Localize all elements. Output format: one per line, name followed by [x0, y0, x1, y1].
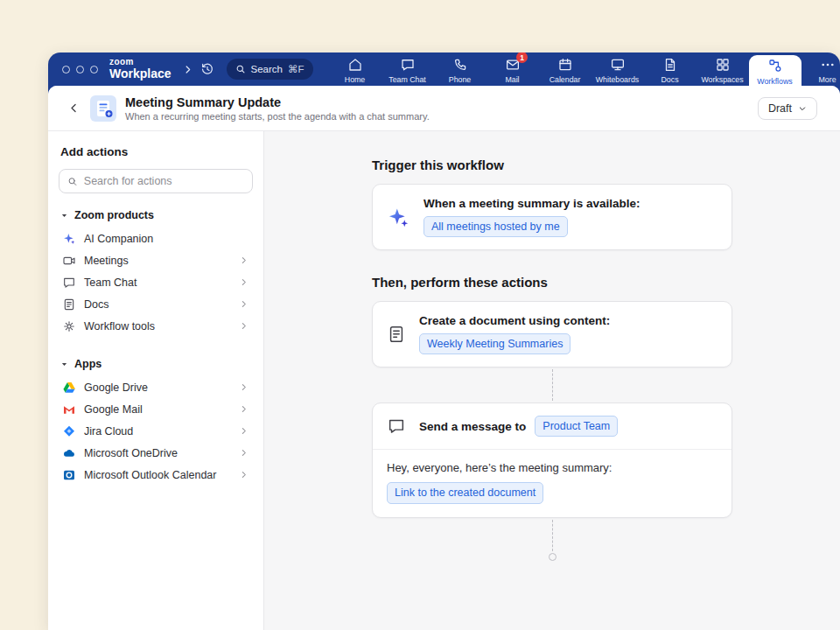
chevron-right-icon — [239, 448, 248, 458]
chevron-right-icon — [239, 470, 248, 480]
chevron-right-icon — [239, 277, 248, 287]
workflow-header: Meeting Summary Update When a recurring … — [48, 86, 840, 131]
actions-search[interactable] — [59, 169, 253, 193]
nav-item-home[interactable]: Home — [329, 52, 382, 86]
sidebar-item-google-mail[interactable]: Google Mail — [59, 398, 253, 420]
page-subtitle: When a recurring meeting starts, post th… — [125, 111, 430, 122]
nav-item-whiteboards[interactable]: Whiteboards — [592, 52, 644, 86]
search-shortcut: ⌘F — [288, 63, 304, 75]
sidebar-item-team-chat[interactable]: Team Chat — [59, 271, 253, 293]
section-zoom-products[interactable]: Zoom products — [60, 209, 251, 221]
nav-item-calendar[interactable]: Calendar — [539, 52, 592, 86]
workflow-thumbnail-icon — [90, 95, 116, 122]
workflow-canvas: Trigger this workflow When a meeting sum… — [264, 131, 840, 630]
triangle-down-icon — [60, 212, 68, 220]
trigger-heading: Trigger this workflow — [372, 158, 732, 172]
flow-connector — [552, 520, 553, 551]
onedrive-icon — [61, 445, 76, 460]
ai-sparkle-icon — [387, 206, 410, 229]
nav-item-more[interactable]: More — [802, 52, 840, 86]
chevron-right-icon — [239, 321, 248, 331]
nav-item-phone[interactable]: Phone — [434, 52, 486, 86]
nav-item-docs[interactable]: Docs — [644, 52, 696, 86]
sidebar-item-microsoft-onedrive[interactable]: Microsoft OneDrive — [59, 442, 253, 464]
workflow-title-block: Meeting Summary Update When a recurring … — [125, 95, 430, 122]
status-badge: Draft — [768, 102, 792, 115]
document-icon — [387, 325, 406, 344]
outlook-calendar-icon — [61, 467, 76, 482]
window-control-dot[interactable] — [76, 66, 84, 74]
workspaces-icon — [714, 56, 731, 73]
message-link-tag[interactable]: Link to the created document — [387, 482, 543, 503]
window-control-dot[interactable] — [62, 66, 70, 74]
search-icon — [235, 64, 246, 74]
create-document-card[interactable]: Create a document using content: Weekly … — [372, 301, 732, 368]
triangle-down-icon — [60, 360, 68, 368]
workflows-icon — [766, 58, 783, 74]
flow-end-node[interactable] — [549, 553, 556, 561]
trigger-text: When a meeting summary is available: — [424, 197, 640, 210]
send-message-text: Send a message to — [419, 420, 526, 433]
create-document-text: Create a document using content: — [419, 314, 610, 327]
chevron-right-icon — [239, 382, 248, 392]
message-body-text: Hey, everyone, here’s the meeting summar… — [387, 461, 718, 474]
window-controls — [48, 66, 109, 74]
status-dropdown[interactable]: Draft — [758, 97, 817, 120]
sidebar-item-microsoft-outlook-calendar[interactable]: Microsoft Outlook Calendar — [59, 464, 253, 486]
trigger-scope-tag[interactable]: All meetings hosted by me — [424, 216, 568, 237]
sidebar-item-ai-companion[interactable]: AI Companion — [59, 228, 253, 249]
team-chat-icon — [61, 275, 76, 290]
sidebar-item-jira-cloud[interactable]: Jira Cloud — [59, 420, 253, 442]
sidebar-item-meetings[interactable]: Meetings — [59, 249, 253, 271]
ai-companion-icon — [61, 231, 76, 246]
chevron-right-icon — [239, 426, 248, 436]
actions-heading: Then, perform these actions — [372, 275, 732, 290]
chevron-right-icon — [239, 404, 248, 414]
topbar: zoom Workplace Search ⌘F Home — [48, 52, 840, 86]
search-icon — [67, 176, 78, 187]
back-button[interactable] — [62, 97, 85, 120]
history-icon[interactable] — [197, 62, 218, 76]
chevron-right-icon — [239, 299, 248, 309]
chat-bubble-icon — [387, 416, 406, 436]
page-title: Meeting Summary Update — [125, 95, 430, 109]
docs-icon — [61, 297, 76, 312]
trigger-card[interactable]: When a meeting summary is available: All… — [372, 184, 732, 250]
zoom-workplace-logo: zoom Workplace — [109, 58, 172, 80]
jira-icon — [61, 424, 76, 438]
collapse-chevron-icon[interactable] — [178, 64, 197, 75]
app-body: Meeting Summary Update When a recurring … — [48, 86, 840, 630]
more-icon — [819, 56, 836, 73]
logo-workplace-text: Workplace — [109, 67, 172, 80]
send-message-card[interactable]: Send a message to Product Team Hey, ever… — [372, 402, 732, 517]
calendar-icon — [556, 56, 573, 73]
sidebar-item-workflow-tools[interactable]: Workflow tools — [59, 315, 253, 337]
nav-item-workspaces[interactable]: Workspaces — [696, 52, 749, 86]
chevron-right-icon — [239, 256, 248, 265]
sidebar-heading: Add actions — [60, 145, 253, 158]
nav-item-workflows[interactable]: Workflows — [749, 55, 802, 86]
phone-icon — [452, 56, 468, 73]
docs-icon — [662, 56, 678, 73]
team-chat-icon — [399, 56, 416, 73]
nav-item-team-chat[interactable]: Team Chat — [382, 52, 434, 86]
mail-icon: 1 — [504, 56, 521, 73]
section-apps[interactable]: Apps — [60, 358, 251, 370]
home-icon — [346, 56, 363, 73]
whiteboards-icon — [609, 56, 626, 73]
mail-unread-badge: 1 — [516, 52, 528, 63]
google-drive-icon — [61, 380, 76, 395]
window-control-dot[interactable] — [90, 66, 98, 74]
document-content-tag[interactable]: Weekly Meeting Summaries — [419, 333, 570, 354]
message-recipient-tag[interactable]: Product Team — [535, 416, 618, 437]
flow-connector — [552, 369, 553, 401]
global-search[interactable]: Search ⌘F — [227, 59, 313, 80]
actions-sidebar: Add actions Zoom products AI Companion — [48, 131, 264, 630]
app-window: zoom Workplace Search ⌘F Home — [48, 52, 840, 630]
top-navigation: Home Team Chat Phone 1 Mail — [329, 52, 840, 86]
sidebar-item-docs[interactable]: Docs — [59, 293, 253, 315]
search-label: Search — [251, 64, 283, 74]
actions-search-input[interactable] — [84, 175, 244, 187]
sidebar-item-google-drive[interactable]: Google Drive — [59, 376, 253, 398]
nav-item-mail[interactable]: 1 Mail — [486, 52, 539, 86]
